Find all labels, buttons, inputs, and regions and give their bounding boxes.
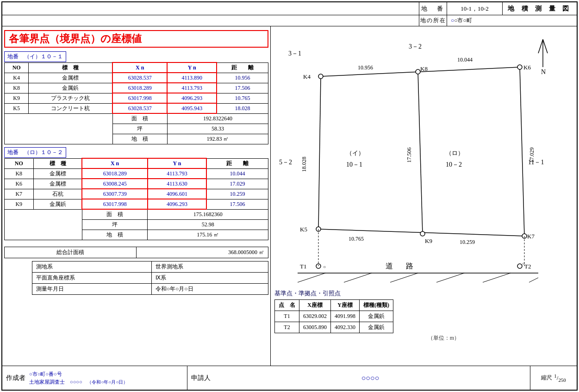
table-row: T2 bbox=[275, 322, 299, 333]
table-header: Y座標 bbox=[331, 300, 360, 311]
right-panel: N 3－1 3－2 5－2 11－1 bbox=[271, 26, 577, 366]
section2-block: 地番 （ロ）１０－２ NO 標 種 X n Y n 距 離 K8金属標63018… bbox=[4, 147, 268, 240]
table-row: 63008.245 bbox=[82, 179, 147, 189]
table-row: 4113.630 bbox=[148, 179, 206, 189]
svg-line-12 bbox=[418, 72, 423, 234]
section1-header: 地番 （イ）１０－１ bbox=[4, 51, 66, 62]
table-row: 63018.289 bbox=[112, 83, 167, 93]
table-row: プラスチック杭 bbox=[29, 93, 112, 103]
table-row: K7 bbox=[5, 189, 34, 199]
table-header: 標種(種類) bbox=[360, 300, 393, 311]
svg-line-1 bbox=[538, 39, 543, 53]
svg-line-46 bbox=[298, 273, 325, 282]
table-row: 金属鋲 bbox=[360, 311, 393, 322]
table-row: 63017.998 bbox=[82, 199, 147, 209]
table-row: 63018.289 bbox=[82, 168, 147, 179]
svg-text:18.028: 18.028 bbox=[301, 157, 307, 172]
summary-table: 総合計面積 368.0005000 ㎡ bbox=[4, 247, 268, 258]
scale-label: 縮尺 bbox=[541, 374, 552, 382]
table-row: 金属標 bbox=[29, 73, 112, 83]
creator-date: （令和○年○月○日） bbox=[87, 380, 128, 385]
circle-mark: ○ bbox=[451, 17, 454, 24]
svg-point-39 bbox=[517, 264, 522, 268]
svg-text:17.506: 17.506 bbox=[406, 148, 412, 163]
table-row: K6 bbox=[5, 179, 34, 189]
table-row: 4096.293 bbox=[148, 199, 206, 209]
svg-text:5－2: 5－2 bbox=[279, 159, 292, 166]
table-row: 4092.330 bbox=[331, 322, 360, 333]
chiseki-value-2: 175.16 ㎡ bbox=[148, 230, 268, 240]
svg-line-48 bbox=[390, 273, 418, 282]
menseki-label-2: 面 積 bbox=[82, 209, 147, 220]
table-header: 点 名 bbox=[275, 300, 299, 311]
svg-text:K4: K4 bbox=[303, 73, 311, 80]
table-row: 4113.890 bbox=[167, 73, 217, 83]
col-xn1: X n bbox=[112, 62, 167, 73]
coord-sys-table: 測地系世界測地系平面直角座標系Ⅸ系測量年月日令和○年○月○日 bbox=[32, 261, 268, 295]
menseki-value-2: 175.1682360 bbox=[148, 209, 268, 220]
creator-line2: 土地家屋調査士 ○○○○ （令和○年○月○日） bbox=[29, 378, 128, 386]
big-title-box: 各筆界点（境界点）の座標値 bbox=[4, 30, 268, 48]
creator-line1: ○市○町○番○号 bbox=[29, 370, 128, 378]
table-row: 10.259 bbox=[206, 189, 268, 199]
table-row: 金属標 bbox=[33, 168, 82, 179]
table-row: 63028.537 bbox=[112, 103, 167, 113]
table-row: 4091.998 bbox=[331, 311, 360, 322]
svg-text:3－2: 3－2 bbox=[409, 43, 422, 50]
svg-text:N: N bbox=[541, 68, 546, 75]
table-row: 4096.293 bbox=[167, 93, 217, 103]
svg-text:10.259: 10.259 bbox=[460, 239, 475, 245]
tsubo-label-2: 坪 bbox=[82, 220, 147, 230]
svg-text:17.029: 17.029 bbox=[529, 148, 535, 163]
tsubo-value-1: 58.33 bbox=[167, 124, 268, 134]
applicant-value: ○○○○ bbox=[214, 374, 526, 382]
table-row: 10.956 bbox=[217, 73, 268, 83]
table-row: K9 bbox=[5, 93, 29, 103]
col2-kyori: 距 離 bbox=[206, 158, 268, 168]
chiseki-label-1: 地 積 bbox=[112, 134, 167, 144]
table-row: 17.506 bbox=[217, 83, 268, 93]
svg-text:K9: K9 bbox=[425, 237, 432, 244]
col2-yn: Y n bbox=[148, 158, 206, 168]
svg-point-21 bbox=[420, 231, 425, 236]
table-row: 63007.739 bbox=[82, 189, 147, 199]
creator-text: ○市○町○番○号 土地家屋調査士 ○○○○ （令和○年○月○日） bbox=[29, 370, 128, 386]
table-row: 63028.537 bbox=[112, 73, 167, 83]
svg-point-17 bbox=[517, 65, 522, 69]
chiban-value: 10-1，10-2 bbox=[447, 2, 503, 15]
svg-text:10－1: 10－1 bbox=[346, 161, 362, 168]
table-row: 4095.943 bbox=[167, 103, 217, 113]
col2-xn: X n bbox=[82, 158, 147, 168]
svg-text:T2: T2 bbox=[524, 263, 531, 270]
svg-text:10－2: 10－2 bbox=[446, 161, 462, 168]
svg-text:3－1: 3－1 bbox=[288, 50, 301, 57]
list-item: 世界測地系 bbox=[151, 261, 268, 273]
tsubo-label-1: 坪 bbox=[112, 124, 167, 134]
big-title: 各筆界点（境界点）の座標値 bbox=[9, 33, 142, 44]
chiseki-value-1: 192.83 ㎡ bbox=[167, 134, 268, 144]
col-yn1: Y n bbox=[167, 62, 217, 73]
list-item: Ⅸ系 bbox=[151, 273, 268, 284]
creator-label: 作成者 bbox=[6, 374, 25, 382]
svg-line-47 bbox=[344, 273, 372, 282]
table-row: 4113.793 bbox=[148, 168, 206, 179]
table-row: コンクリート杭 bbox=[29, 103, 112, 113]
svg-text:K5: K5 bbox=[300, 226, 307, 233]
svg-text:（ロ）: （ロ） bbox=[446, 149, 464, 156]
table-row: K5 bbox=[5, 103, 29, 113]
section2-table: NO 標 種 X n Y n 距 離 K8金属標63018.2894113.79… bbox=[4, 158, 268, 240]
location-text: ○市○町 bbox=[454, 17, 472, 25]
table-row: K8 bbox=[5, 83, 29, 93]
header2-spacer bbox=[2, 15, 419, 26]
section1-block: 地番 （イ）１０－１ NO 標 種 X n Y n 距 離 K4金属標63028… bbox=[4, 51, 268, 144]
table-row: 63017.998 bbox=[112, 93, 167, 103]
left-panel: 各筆界点（境界点）の座標値 地番 （イ）１０－１ NO 標 種 X n Y n … bbox=[2, 26, 271, 366]
page-title: 地 積 測 量 図 bbox=[503, 2, 577, 15]
table-row: K8 bbox=[5, 168, 34, 179]
svg-line-51 bbox=[529, 278, 538, 282]
list-item: 令和○年○月○日 bbox=[151, 284, 268, 295]
table-row: 金属鋲 bbox=[360, 322, 393, 333]
table-row: 4113.793 bbox=[167, 83, 217, 93]
chiban-label: 地 番 bbox=[419, 2, 447, 15]
col2-hyoshu: 標 種 bbox=[33, 158, 82, 168]
